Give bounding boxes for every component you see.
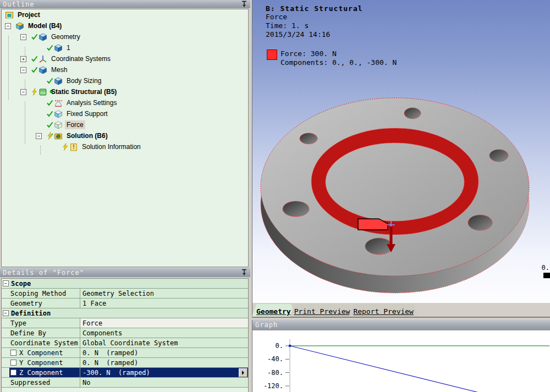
details-property-value[interactable]: Force: [80, 318, 248, 328]
collapse-icon[interactable]: −: [20, 34, 26, 40]
tree-connector-line: [25, 80, 25, 89]
tree-item-analysis-settings[interactable]: Analysis Settings: [2, 97, 248, 108]
tree-item-fixed-support[interactable]: Fixed Support: [2, 108, 248, 119]
tree-item-model-b4[interactable]: −Model (B4): [2, 20, 248, 31]
details-panel: Details of "Force" −ScopeScoping MethodG…: [0, 268, 250, 392]
tree-item-label: Mesh: [50, 65, 69, 74]
collapse-icon[interactable]: −: [20, 89, 26, 95]
details-group-definition[interactable]: −Definition: [2, 308, 248, 318]
project-icon: [5, 11, 14, 19]
details-property-label: Define By: [9, 328, 80, 338]
details-row-y-component[interactable]: Y Component0. N (ramped): [2, 358, 248, 368]
tree-item-label: 1: [65, 43, 72, 52]
component-checkbox[interactable]: [10, 350, 16, 356]
details-group-gutter: [2, 368, 9, 377]
solution-icon: [54, 132, 63, 140]
analysis-icon: [54, 99, 63, 107]
collapse-icon[interactable]: −: [5, 23, 11, 29]
tree-item-label: Solution (B6): [65, 131, 109, 140]
details-property-value[interactable]: Components: [80, 328, 248, 338]
details-group-scope[interactable]: −Scope: [2, 279, 248, 289]
lightning-icon: [62, 143, 69, 151]
collapse-icon[interactable]: −: [20, 67, 26, 73]
details-property-label: Z Component: [9, 368, 80, 377]
tree-item-body-sizing[interactable]: Body Sizing: [2, 75, 248, 86]
collapse-icon[interactable]: −: [36, 133, 42, 139]
pin-icon[interactable]: [241, 1, 248, 8]
details-property-value[interactable]: No: [80, 378, 248, 387]
tab-label: Geometry: [256, 307, 291, 316]
details-property-name: Coordinate System: [10, 339, 78, 347]
details-property-name: Y Component: [19, 359, 63, 367]
details-property-label: Scoping Method: [9, 289, 80, 298]
details-property-name: Z Component: [19, 369, 63, 377]
details-row-type[interactable]: TypeForce: [2, 318, 248, 328]
tree-item-mesh[interactable]: −Mesh: [2, 64, 248, 75]
tree-item-geometry[interactable]: −Geometry: [2, 31, 248, 42]
pin-icon[interactable]: [241, 269, 248, 276]
view-tab-strip: GeometryPrint PreviewReport Preview: [252, 303, 550, 318]
tree-item-label: Analysis Settings: [65, 98, 118, 107]
details-property-name: Scoping Method: [10, 290, 66, 297]
tree-item-coordinate-systems[interactable]: +Coordinate Systems: [2, 53, 248, 64]
details-property-value[interactable]: 0. N (ramped): [80, 358, 248, 367]
tab-print-preview[interactable]: Print Preview: [290, 304, 355, 317]
tree-connector-line: [40, 146, 41, 154]
tree-item-label: Fixed Support: [65, 109, 109, 118]
details-row-suppressed[interactable]: SuppressedNo: [2, 378, 248, 388]
tree-item-label: Force: [65, 120, 85, 129]
annotation-line: Time: 1. s: [266, 21, 363, 30]
graph-title-text: Graph: [255, 321, 278, 329]
mesh-icon: [38, 66, 47, 74]
details-row-coordinate-system[interactable]: Coordinate SystemGlobal Coordinate Syste…: [2, 338, 248, 348]
graph-plot: 0.-40.-80.-120.: [252, 330, 550, 392]
tree-item-label: Coordinate Systems: [50, 54, 112, 63]
scale-ruler-label: 0.: [542, 264, 549, 272]
tree-item-project[interactable]: Project: [2, 9, 248, 20]
series-z-component: [290, 346, 550, 392]
details-property-value[interactable]: -300. N (ramped): [80, 368, 248, 377]
details-property-value[interactable]: Geometry Selection: [80, 289, 248, 298]
details-property-value[interactable]: 0. N (ramped): [80, 348, 248, 357]
disc-top-face: [261, 98, 529, 276]
tree-item-static-structural-b5[interactable]: −Static Structural (B5): [2, 86, 248, 97]
collapse-icon[interactable]: −: [3, 310, 9, 316]
tab-geometry[interactable]: Geometry: [252, 304, 295, 317]
check-icon: [46, 44, 53, 52]
details-property-label: X Component: [9, 348, 80, 357]
details-row-define-by[interactable]: Define ByComponents: [2, 328, 248, 338]
tree-item-force[interactable]: Force: [2, 119, 248, 130]
check-icon: [46, 110, 53, 118]
outline-tree: Project−Model (B4)−Geometry1+Coordinate …: [1, 9, 249, 267]
details-group-gutter: [2, 299, 9, 308]
annotation-line: Force: [266, 13, 363, 21]
outline-title-text: Outline: [3, 1, 35, 8]
geometry-viewport[interactable]: B: Static Structural Force Time: 1. s 20…: [252, 0, 550, 303]
cube-icon: [54, 44, 63, 52]
details-row-x-component[interactable]: X Component0. N (ramped): [2, 348, 248, 358]
graph-titlebar: Graph: [252, 320, 550, 330]
details-titlebar: Details of "Force": [0, 268, 250, 277]
tree-item-solution-information[interactable]: !Solution Information: [2, 141, 248, 152]
component-checkbox[interactable]: [10, 360, 16, 366]
details-property-label: Geometry: [9, 299, 80, 308]
tree-item-1[interactable]: 1: [2, 42, 248, 53]
details-row-scoping-method[interactable]: Scoping MethodGeometry Selection: [2, 289, 248, 299]
scale-ruler-bar: [543, 273, 550, 278]
tab-report-preview[interactable]: Report Preview: [349, 304, 418, 317]
details-property-name: X Component: [19, 349, 63, 357]
details-row-z-component[interactable]: Z Component-300. N (ramped): [2, 368, 248, 378]
collapse-icon[interactable]: −: [3, 280, 9, 286]
graph-chart: 0.-40.-80.-120.: [252, 330, 550, 392]
value-flyout-button[interactable]: [239, 368, 248, 377]
tree-item-solution-b6[interactable]: −Solution (B6): [2, 130, 248, 141]
details-property-value[interactable]: 1 Face: [80, 299, 248, 308]
details-row-geometry[interactable]: Geometry1 Face: [2, 299, 248, 308]
expand-icon[interactable]: +: [20, 56, 26, 62]
details-property-name: Define By: [10, 329, 46, 337]
details-property-label: Type: [9, 318, 80, 328]
details-property-name: Suppressed: [10, 379, 50, 387]
component-checkbox[interactable]: [10, 369, 16, 376]
lightning-icon: [46, 132, 53, 140]
details-property-value[interactable]: Global Coordinate System: [80, 338, 248, 347]
